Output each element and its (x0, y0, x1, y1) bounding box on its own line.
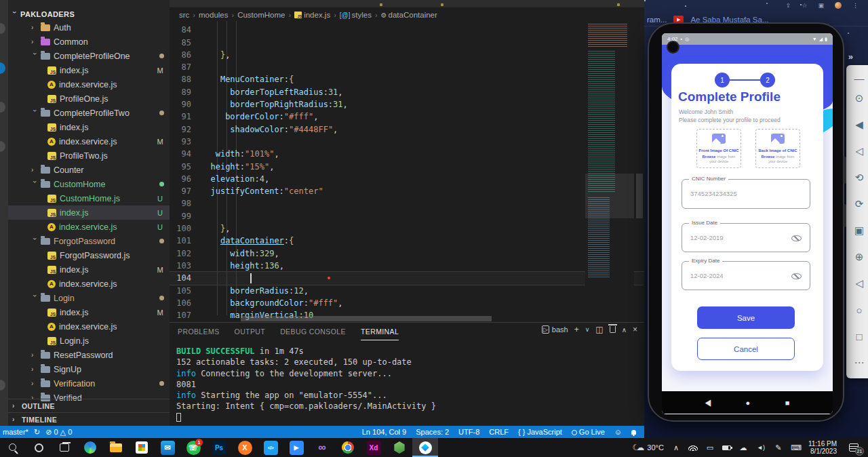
front-cnic-upload[interactable]: Front Image Of CNICBrowse image from you… (696, 129, 741, 168)
tree-item-forgotpassword[interactable]: ›ForgotPassword (8, 234, 170, 248)
code-line-94[interactable]: 94 width:"101%", (170, 148, 644, 160)
zoom-icon[interactable]: ⊕ (852, 250, 867, 264)
feedback-icon[interactable]: ☺ (614, 428, 622, 436)
code-line-99[interactable]: 99 (170, 210, 644, 222)
minimap[interactable] (585, 21, 634, 322)
code-line-104[interactable]: 104 (170, 272, 644, 284)
tree-item-login-js[interactable]: JSLogin.js (8, 334, 170, 348)
node-icon[interactable] (387, 438, 412, 457)
code-line-96[interactable]: 96 elevation:4, (170, 173, 644, 185)
code-line-103[interactable]: 103 height:136, (170, 260, 644, 272)
battery-tray-icon[interactable] (722, 445, 731, 450)
tree-item-completeprofiletwo[interactable]: ›CompleteProfileTwo (8, 106, 170, 120)
breadcrumb[interactable]: src›modules›CustomHome›JSindex.js›[@]sty… (170, 8, 644, 21)
tree-item-forgotpassword-js[interactable]: JSForgotPassword.js (8, 248, 170, 262)
hidden-icons-chevron[interactable]: ∧ (671, 443, 682, 452)
settings-gear-icon[interactable] (0, 380, 5, 391)
whatsapp-icon[interactable]: ☏1 (180, 438, 206, 457)
code-line-90[interactable]: 90 borderTopRightRadius:31, (170, 98, 644, 111)
horizontal-scrollbar[interactable] (241, 316, 492, 321)
sidebar-section-outline[interactable]: ›OUTLINE (8, 399, 170, 412)
weather-widget[interactable]: ☾☁ 30°C (633, 443, 664, 452)
panel-tab-debug-console[interactable]: DEBUG CONSOLE (280, 323, 346, 340)
eol-sequence[interactable]: CRLF (489, 428, 509, 436)
save-button[interactable]: Save (697, 306, 795, 329)
sidebar-section-timeline[interactable]: ›TIMELINE (8, 412, 170, 426)
breadcrumb-item-src[interactable]: src (179, 11, 189, 19)
code-line-105[interactable]: 105 borderRadius:12, (170, 285, 644, 297)
task-view-icon[interactable] (52, 438, 77, 457)
tree-item-index-service-js[interactable]: Aindex.service.jsU (8, 220, 170, 234)
chevron-down-icon[interactable]: ∨ (585, 326, 590, 333)
edge-icon[interactable] (77, 438, 103, 457)
explorer-root-header[interactable]: › PAKLOADERS (8, 8, 170, 20)
kill-terminal-icon[interactable] (610, 326, 616, 333)
tab-partial[interactable]: ram... (647, 16, 667, 24)
nav-recents-button[interactable]: ■ (785, 399, 790, 407)
notifications-bell-icon[interactable] (631, 430, 636, 435)
problems-summary[interactable]: ⊘ 0 △ 0 (45, 428, 72, 437)
terminal-output[interactable]: BUILD SUCCESSFUL in 1m 47s152 actionable… (170, 340, 644, 423)
tree-item-completeprofileone[interactable]: ›CompleteProfileOne (8, 49, 170, 63)
panel-tab-problems[interactable]: PROBLEMS (178, 323, 220, 340)
shell-selector[interactable]: ▷bash (542, 325, 568, 334)
profile-avatar[interactable] (835, 2, 842, 9)
camera-app-icon[interactable]: ▶ (283, 438, 309, 457)
power-button[interactable] (844, 204, 846, 227)
activity-bar[interactable] (0, 0, 8, 438)
tree-item-index-js[interactable]: JSindex.jsM (8, 63, 170, 77)
tree-item-index-service-js[interactable]: Aindex.service.js (8, 319, 170, 334)
cursor-position[interactable]: Ln 104, Col 9 (362, 428, 406, 436)
sync-icon[interactable]: ↻ (34, 428, 40, 437)
code-line-102[interactable]: 102 width:329, (170, 247, 644, 260)
issue-date-field[interactable]: Issue Date12-02-2019 (682, 223, 810, 252)
minimize-icon[interactable]: — (852, 71, 867, 85)
rotate-right-icon[interactable]: ⟳ (852, 197, 867, 212)
tree-item-index-js[interactable]: JSindex.js (8, 120, 170, 134)
code-line-95[interactable]: 95 height:"15%", (170, 161, 644, 173)
tree-item-signup[interactable]: ›SignUp (8, 362, 170, 376)
xampp-icon[interactable]: X (232, 438, 258, 457)
tree-item-auth[interactable]: ›Auth (8, 20, 170, 35)
go-live-button[interactable]: Go Live (572, 428, 605, 436)
code-line-101[interactable]: 101 dataContainer:{ (170, 235, 644, 247)
close-panel-icon[interactable]: × (633, 325, 637, 334)
code-line-91[interactable]: 91 borderColor:"#fff", (170, 111, 644, 123)
debug-icon[interactable] (0, 102, 5, 113)
panel-tab-output[interactable]: OUTPUT (235, 323, 266, 340)
adobe-xd-icon[interactable]: Xd (361, 438, 387, 457)
extensions-icon[interactable] (0, 141, 5, 152)
overview-icon[interactable]: □ (852, 329, 867, 344)
tree-item-profileone-js[interactable]: JSProfileOne.js (8, 92, 170, 106)
tree-item-index-service-js[interactable]: Aindex.service.js (8, 77, 170, 92)
breadcrumb-item-datacontainer[interactable]: ⚙dataContainer (381, 11, 437, 19)
visual-studio-icon[interactable]: ∞ (309, 438, 335, 457)
vertical-scrollbar[interactable] (636, 174, 643, 218)
code-lines[interactable]: 83848586 },8788 MenuContainer:{89 border… (170, 21, 644, 321)
breadcrumb-item-styles[interactable]: [@]styles (340, 11, 372, 19)
encoding[interactable]: UTF-8 (458, 428, 479, 436)
search-icon[interactable] (0, 438, 26, 457)
home-icon[interactable]: ○ (852, 302, 867, 317)
android-emulator-icon[interactable] (412, 438, 438, 457)
clock[interactable]: 11:16 PM 8/1/2023 (808, 440, 837, 455)
tree-item-counter[interactable]: ›Counter (8, 163, 170, 177)
photoshop-icon[interactable]: Ps (206, 438, 232, 457)
wifi-tray-icon[interactable] (688, 444, 698, 451)
code-line-98[interactable]: 98 (170, 197, 644, 210)
volume-tray-icon[interactable]: ◄) (755, 444, 766, 451)
split-terminal-icon[interactable]: ◫ (595, 325, 603, 334)
code-line-100[interactable]: 100 }, (170, 222, 644, 235)
tree-item-common[interactable]: ›Common (8, 35, 170, 49)
browse-link[interactable]: Browse (762, 155, 775, 159)
tree-item-verification[interactable]: ›Verification (8, 376, 170, 391)
action-center[interactable]: 21 (844, 438, 864, 457)
more-icon[interactable]: ⋯ (852, 355, 867, 370)
eye-off-icon[interactable] (791, 235, 802, 241)
onedrive-icon[interactable]: ☁ (738, 443, 749, 452)
eye-off-icon[interactable] (791, 273, 802, 279)
cnic-number-field[interactable]: CNIC Number3745234234325 (682, 179, 810, 209)
nav-home-button[interactable]: ● (746, 399, 751, 407)
editor-tab-strip[interactable] (170, 0, 644, 8)
breadcrumb-item-modules[interactable]: modules (199, 11, 228, 19)
